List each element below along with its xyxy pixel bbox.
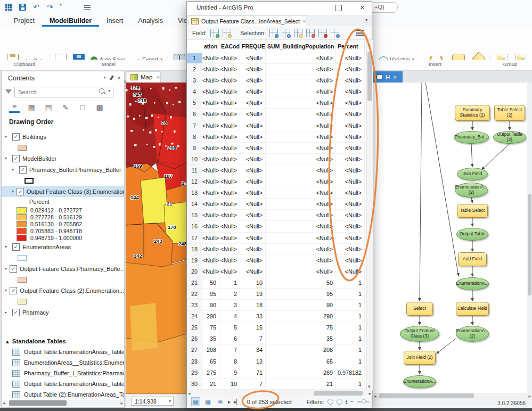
model-data-node[interactable]: Output Table (2) [493, 131, 526, 144]
layer-checkbox[interactable]: ✓ [17, 188, 24, 195]
close-model-tab-icon[interactable]: × [393, 74, 397, 80]
table-row[interactable]: 14<Null><Null><Null><Null><Null> [187, 199, 366, 210]
table-row[interactable]: 9<Null><Null><Null><Null><Null> [187, 143, 366, 154]
model-tool-node[interactable]: Table Select (2) [494, 105, 525, 121]
model-tool-node[interactable]: Calculate Field [456, 302, 489, 316]
tab-insert[interactable]: Insert [99, 15, 130, 27]
table-row[interactable]: 272087342081 [187, 344, 366, 356]
record-list-icon[interactable]: ≣ [216, 397, 225, 406]
table-row[interactable]: 2<Null><Null><Null><Null><Null> [187, 64, 366, 75]
column-header[interactable]: ation [202, 40, 219, 53]
layer-checkbox[interactable]: ✓ [12, 155, 20, 162]
expand-icon[interactable]: ▾ [5, 288, 7, 293]
table-row[interactable]: 8<Null><Null><Null><Null><Null> [187, 131, 366, 143]
tab-modelbuilder[interactable]: ModelBuilder [42, 15, 99, 27]
customize-toolbar-icon[interactable] [83, 3, 92, 11]
table-row[interactable]: 19<Null><Null><Null><Null><Null> [187, 255, 366, 266]
row-number[interactable]: 3 [187, 75, 202, 86]
expand-icon[interactable]: ▾ [5, 244, 10, 249]
scroll-left-icon[interactable]: ◂ [3, 400, 5, 406]
table-row[interactable]: 13<Null><Null><Null><Null><Null> [187, 187, 366, 199]
expand-icon[interactable]: ▸ [5, 310, 10, 315]
standalone-table-item[interactable]: EnumerationAreas__Statistics:Enumerat... [12, 357, 124, 368]
row-number[interactable]: 19 [187, 255, 202, 266]
table-row[interactable]: 242904332901 [187, 311, 366, 322]
tab-attribute-table[interactable]: Output Feature Class...ionAreas_Select × [188, 15, 306, 26]
standalone-table-item[interactable]: Output Table:EnumerationAreas_TableS... [12, 347, 124, 357]
model-data-node[interactable]: Output Table [456, 228, 488, 241]
search-options-icon[interactable]: ▾ [108, 89, 110, 93]
contents-menu-icon[interactable]: ▾ [104, 76, 106, 80]
layer-checkbox[interactable]: ✓ [10, 287, 17, 294]
layer-checkbox[interactable]: ✓ [19, 166, 27, 174]
modelbuilder-canvas[interactable]: Summary Statistics (2)Table Select (2)Ph… [373, 83, 532, 393]
list-by-labeling-icon[interactable]: □ [77, 103, 88, 112]
table-row[interactable]: 20<Null><Null><Null><Null><Null> [187, 266, 366, 277]
list-by-snapping-icon[interactable]: ▩ [94, 103, 105, 112]
maximize-icon[interactable] [335, 5, 342, 11]
model-tool-node[interactable]: Table Select [457, 204, 488, 218]
list-by-editing-icon[interactable]: ✎ [60, 103, 71, 112]
close-window-icon[interactable]: × [360, 3, 365, 12]
row-number[interactable]: 28 [187, 356, 202, 367]
table-vscrollbar[interactable]: ▴ ▾ [366, 40, 373, 390]
layer-item[interactable]: ▾✓Pharmacy_Buffer:Pharmacy_Buffer [2, 164, 124, 175]
save-project-icon[interactable] [18, 3, 27, 11]
row-number[interactable]: 27 [187, 344, 202, 356]
table-row[interactable]: 12<Null><Null><Null><Null><Null> [187, 176, 366, 187]
model-data-node[interactable]: Join Field [457, 168, 488, 180]
row-number[interactable]: 25 [187, 322, 202, 333]
table-row[interactable]: 17<Null><Null><Null><Null><Null> [187, 233, 366, 244]
map-scale-select[interactable]: 1:14,938 ▾ [131, 397, 174, 406]
table-row[interactable]: 11<Null><Null><Null><Null><Null> [187, 165, 366, 176]
close-map-tab-icon[interactable]: × [156, 74, 160, 80]
row-number[interactable]: 1 [187, 53, 202, 64]
row-number[interactable]: 21 [187, 277, 202, 289]
table-row[interactable]: 10<Null><Null><Null><Null><Null> [187, 154, 366, 165]
model-tool-node[interactable]: Join Field (2) [404, 351, 436, 365]
zoom-to-selection-icon[interactable]: ⊕ [282, 29, 290, 37]
row-number[interactable]: 30 [187, 379, 202, 390]
tab-list-chevron-icon[interactable]: ▾ [365, 18, 367, 22]
row-number[interactable]: 4 [187, 86, 202, 97]
model-data-node[interactable]: Output Feature Class (3) [400, 326, 439, 342]
table-row[interactable]: 16<Null><Null><Null><Null><Null> [187, 221, 366, 232]
close-contents-icon[interactable]: × [118, 75, 121, 81]
layer-checkbox[interactable]: ✓ [12, 243, 20, 251]
scroll-right-icon[interactable]: ▸ [120, 400, 123, 406]
layer-checkbox[interactable]: ✓ [12, 133, 20, 141]
undo-icon[interactable]: ↶ [32, 3, 40, 11]
chevron-down-icon[interactable]: ▾ [60, 3, 68, 11]
layer-item[interactable]: ▾✓Output Feature Class:Pharmacy_Buffe... [2, 263, 124, 274]
show-selected-records-icon[interactable]: ▦ [203, 397, 212, 406]
layer-item[interactable]: ▾✓Buildings [2, 131, 124, 142]
layer-item[interactable]: ▸✓Pharmacy [2, 307, 124, 318]
row-number[interactable]: 23 [187, 300, 202, 311]
row-number[interactable]: 11 [187, 165, 202, 176]
add-field-icon[interactable]: + [210, 29, 219, 37]
column-header[interactable]: FREQUENCY [240, 40, 266, 53]
table-row[interactable]: 1<Null><Null><Null><Null><Null> [187, 53, 366, 64]
row-number[interactable]: 7 [187, 120, 202, 131]
row-number[interactable]: 20 [187, 266, 202, 277]
column-header[interactable]: Percent [336, 40, 365, 53]
layer-item[interactable]: ▾✓Output Feature Class (3):Enumeration..… [2, 186, 124, 197]
model-data-node[interactable]: EnumerationA... [403, 375, 436, 388]
model-data-node[interactable]: EnumerationA... (2) [455, 183, 488, 198]
app-menu-icon[interactable] [4, 3, 13, 11]
table-row[interactable]: 7<Null><Null><Null><Null><Null> [187, 120, 366, 131]
scrollbar-thumb[interactable] [314, 391, 363, 396]
row-number[interactable]: 29 [187, 367, 202, 379]
filter-toggle-icon[interactable] [328, 399, 333, 405]
expand-icon[interactable]: ▾ [5, 134, 10, 139]
expand-icon[interactable]: ▾ [5, 156, 10, 161]
model-data-node[interactable]: EnumerationA... [456, 277, 489, 290]
show-all-records-icon[interactable]: ▦ [191, 397, 200, 406]
row-number[interactable]: 24 [187, 311, 202, 322]
layer-checkbox[interactable]: ✓ [10, 265, 17, 273]
filter-options-icon[interactable] [337, 399, 342, 405]
model-tool-node[interactable]: Summary Statistics (2) [455, 105, 490, 121]
switch-selection-icon[interactable]: ⇄ [294, 29, 302, 37]
row-number[interactable]: 18 [187, 244, 202, 255]
layer-item[interactable]: ▾✓ModelBuilder [2, 153, 124, 164]
